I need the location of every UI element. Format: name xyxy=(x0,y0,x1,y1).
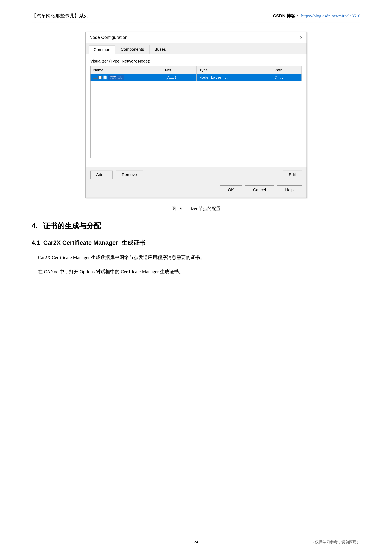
footer-note: （仅供学习参考，切勿商用） xyxy=(311,540,360,544)
table-row[interactable]: …… ✓ 📄 C2X_IL (All) Node Layer ... C... xyxy=(91,74,302,81)
row-net-cell: (All) xyxy=(162,74,196,81)
node-configuration-dialog: Node Configuration × Common Components B… xyxy=(85,32,307,198)
dialog-titlebar: Node Configuration × xyxy=(86,32,307,43)
section-4-title: 证书的生成与分配 xyxy=(43,222,101,230)
series-label: 【汽车网络那些事儿】系列 xyxy=(32,13,89,19)
blog-link[interactable]: https://blog.csdn.net/miracle8510 xyxy=(301,14,360,18)
figure-caption: 图 - Visualizer 节点的配置 xyxy=(32,206,360,212)
node-table: Name Net... Type Path …… xyxy=(91,66,302,81)
section-4-heading: 4. 证书的生成与分配 xyxy=(32,221,360,231)
col-name: Name xyxy=(91,66,162,74)
page-number: 24 xyxy=(141,540,251,544)
node-table-area: Name Net... Type Path …… xyxy=(90,66,302,158)
section-41-title-cn: 生成证书 xyxy=(121,239,145,246)
remove-button[interactable]: Remove xyxy=(116,171,143,179)
col-type: Type xyxy=(196,66,272,74)
page-header: 【汽车网络那些事儿】系列 CSDN 博客： https://blog.csdn.… xyxy=(32,13,360,22)
dialog-action-buttons: Add... Remove Edit xyxy=(86,167,307,182)
visualizer-label: Visualizer (Type: Network Node): xyxy=(90,59,302,64)
tree-connector: …… xyxy=(93,76,97,80)
row-path-cell: C... xyxy=(272,74,301,81)
cancel-button[interactable]: Cancel xyxy=(245,185,274,194)
add-button[interactable]: Add... xyxy=(90,171,113,179)
dialog-container: Node Configuration × Common Components B… xyxy=(32,32,360,198)
section-4-number: 4. xyxy=(32,222,38,230)
dialog-content: Visualizer (Type: Network Node): Name Ne… xyxy=(86,54,307,167)
node-name-badge: C2X_IL xyxy=(108,75,123,80)
ok-button[interactable]: OK xyxy=(220,185,242,194)
row-checkbox[interactable]: ✓ xyxy=(98,76,102,79)
col-net: Net... xyxy=(162,66,196,74)
section-41-title-en: Car2X Certificate Manager xyxy=(43,239,118,246)
col-path: Path xyxy=(272,66,301,74)
tab-components[interactable]: Components xyxy=(116,45,149,54)
help-button[interactable]: Help xyxy=(277,185,302,194)
section-41-heading: 4.1 Car2X Certificate Manager 生成证书 xyxy=(32,239,360,247)
file-icon-placeholder: 📄 xyxy=(103,76,107,80)
tab-common[interactable]: Common xyxy=(89,45,115,54)
page: 【汽车网络那些事儿】系列 CSDN 博客： https://blog.csdn.… xyxy=(0,0,392,554)
edit-button[interactable]: Edit xyxy=(283,171,302,179)
row-name-cell: …… ✓ 📄 C2X_IL xyxy=(91,74,162,81)
section-41-number: 4.1 xyxy=(32,239,40,246)
add-remove-buttons: Add... Remove xyxy=(90,171,143,179)
close-button[interactable]: × xyxy=(300,35,303,40)
blog-link-container: CSDN 博客： https://blog.csdn.net/miracle85… xyxy=(273,13,360,19)
edit-button-container: Edit xyxy=(283,171,302,179)
dialog-title: Node Configuration xyxy=(89,35,127,40)
tab-buses[interactable]: Buses xyxy=(149,45,171,54)
table-header-row: Name Net... Type Path xyxy=(91,66,302,74)
body-paragraph-2: 在 CANoe 中，打开 Options 对话框中的 Certificate M… xyxy=(32,267,360,276)
page-footer: 24 （仅供学习参考，切勿商用） xyxy=(32,539,360,545)
body-paragraph-1: Car2X Certificate Manager 生成数据库中网络节点发送应用… xyxy=(32,253,360,262)
row-type-cell: Node Layer ... xyxy=(196,74,272,81)
csdn-label: CSDN 博客： xyxy=(273,14,301,18)
dialog-tabs: Common Components Buses xyxy=(86,43,307,54)
dialog-ok-cancel-row: OK Cancel Help xyxy=(86,182,307,198)
